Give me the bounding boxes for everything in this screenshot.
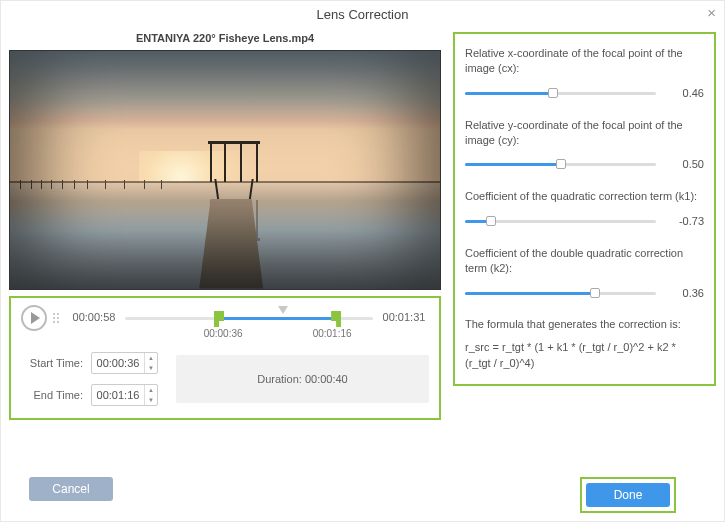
play-button[interactable] (21, 305, 47, 331)
end-time-stepper[interactable]: ▲▼ (144, 385, 157, 405)
done-highlight: Done (580, 477, 676, 513)
dialog-title: Lens Correction (1, 1, 724, 32)
k1-value: -0.73 (666, 215, 704, 227)
grip-icon (53, 313, 63, 323)
file-name: ENTANIYA 220° Fisheye Lens.mp4 (9, 32, 441, 50)
cx-slider[interactable] (465, 86, 656, 100)
k1-slider[interactable] (465, 214, 656, 228)
cx-value: 0.46 (666, 87, 704, 99)
close-icon[interactable]: × (707, 4, 716, 21)
playhead-icon[interactable] (278, 306, 288, 314)
chevron-up-icon[interactable]: ▲ (145, 353, 157, 363)
range-start-label: 00:00:36 (204, 328, 243, 339)
done-button[interactable]: Done (586, 483, 670, 507)
k2-slider[interactable] (465, 286, 656, 300)
left-column: ENTANIYA 220° Fisheye Lens.mp4 (9, 32, 441, 420)
chevron-up-icon[interactable]: ▲ (145, 385, 157, 395)
formula-label: The formula that generates the correctio… (465, 318, 704, 330)
cy-slider[interactable] (465, 157, 656, 171)
cancel-button[interactable]: Cancel (29, 477, 113, 501)
duration-box: Duration: 00:00:40 (176, 355, 429, 403)
start-time-input[interactable] (92, 357, 144, 369)
start-time-stepper[interactable]: ▲▼ (144, 353, 157, 373)
range-end-handle[interactable] (331, 311, 341, 327)
chevron-down-icon[interactable]: ▼ (145, 395, 157, 405)
play-icon (31, 312, 40, 324)
start-time-label: Start Time: (21, 357, 83, 369)
k2-label: Coefficient of the double quadratic corr… (465, 246, 704, 276)
end-time-input[interactable] (92, 389, 144, 401)
current-time: 00:00:58 (69, 306, 119, 323)
formula: r_src = r_tgt * (1 + k1 * (r_tgt / r_0)^… (465, 340, 704, 372)
k1-label: Coefficient of the quadratic correction … (465, 189, 704, 204)
time-panel: 00:00:58 00:00:36 00:01:16 00:01:31 Star… (9, 296, 441, 420)
total-time: 00:01:31 (379, 306, 429, 323)
range-end-label: 00:01:16 (313, 328, 352, 339)
cy-label: Relative y-coordinate of the focal point… (465, 118, 704, 148)
params-panel: Relative x-coordinate of the focal point… (453, 32, 716, 386)
cx-label: Relative x-coordinate of the focal point… (465, 46, 704, 76)
cy-value: 0.50 (666, 158, 704, 170)
video-preview[interactable] (9, 50, 441, 290)
timeline-track[interactable]: 00:00:36 00:01:16 (125, 306, 373, 336)
chevron-down-icon[interactable]: ▼ (145, 363, 157, 373)
range-start-handle[interactable] (214, 311, 224, 327)
k2-value: 0.36 (666, 287, 704, 299)
end-time-label: End Time: (21, 389, 83, 401)
